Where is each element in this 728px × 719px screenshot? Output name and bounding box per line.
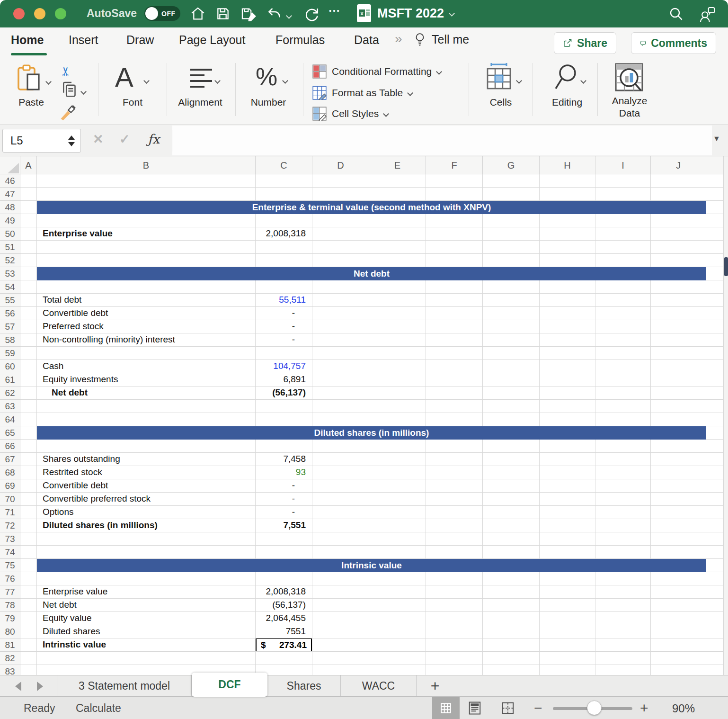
column-header-B[interactable]: B <box>37 156 256 174</box>
cell-A74[interactable] <box>20 546 37 559</box>
sheet-nav-right-arrow[interactable] <box>37 682 43 691</box>
row-header-63[interactable]: 63 <box>0 400 20 413</box>
font-dropdown-chevron[interactable] <box>144 76 149 85</box>
cell-D71[interactable] <box>312 506 369 519</box>
row-header-59[interactable]: 59 <box>0 347 20 360</box>
row-header-70[interactable]: 70 <box>0 493 20 506</box>
row-header-47[interactable]: 47 <box>0 188 20 201</box>
cell-I76[interactable] <box>595 572 651 585</box>
cell-D59[interactable] <box>312 347 369 360</box>
cell-B56[interactable]: Convertible debt <box>37 307 256 320</box>
cell-B76[interactable] <box>37 572 256 585</box>
cell-B70[interactable]: Convertible preferred stock <box>37 493 256 506</box>
cell-A62[interactable] <box>20 386 37 400</box>
cell-I56[interactable] <box>595 307 651 320</box>
cell-B77[interactable]: Enterprise value <box>37 585 256 599</box>
cell-A56[interactable] <box>20 307 37 320</box>
cell-J61[interactable] <box>651 373 706 386</box>
cell-C57[interactable]: - <box>256 320 312 333</box>
cell-A63[interactable] <box>20 400 37 413</box>
number-dropdown-chevron[interactable] <box>283 76 287 85</box>
row-header-52[interactable]: 52 <box>0 254 20 267</box>
cell-D60[interactable] <box>312 360 369 373</box>
cell-B59[interactable] <box>37 347 256 360</box>
cell-G60[interactable] <box>483 360 540 373</box>
row-header-77[interactable]: 77 <box>0 585 20 599</box>
cell-D67[interactable] <box>312 453 369 466</box>
column-header-J[interactable]: J <box>651 156 706 174</box>
row-header-79[interactable]: 79 <box>0 612 20 625</box>
cell-B73[interactable] <box>37 532 256 546</box>
cell-A69[interactable] <box>20 479 37 493</box>
cell-C82[interactable] <box>256 652 312 665</box>
cell-G81[interactable] <box>483 638 540 652</box>
row-header-58[interactable]: 58 <box>0 333 20 347</box>
search-icon[interactable] <box>668 6 684 21</box>
cell-H77[interactable] <box>540 585 595 599</box>
cell-G50[interactable] <box>483 227 540 241</box>
cell-I66[interactable] <box>595 440 651 453</box>
cell-H62[interactable] <box>540 386 595 400</box>
cell-D73[interactable] <box>312 532 369 546</box>
cell-A78[interactable] <box>20 599 37 612</box>
cell-J82[interactable] <box>651 652 706 665</box>
cell-D52[interactable] <box>312 254 369 267</box>
column-header-C[interactable]: C <box>256 156 312 174</box>
cell-I52[interactable] <box>595 254 651 267</box>
cell-A53[interactable] <box>20 267 37 280</box>
row-header-50[interactable]: 50 <box>0 227 20 241</box>
undo-dropdown-chevron[interactable] <box>287 11 291 20</box>
cell-I70[interactable] <box>595 493 651 506</box>
conditional-formatting-button[interactable]: Conditional Formatting <box>312 64 441 79</box>
cell-B64[interactable] <box>37 413 256 426</box>
cell-D56[interactable] <box>312 307 369 320</box>
cell-F52[interactable] <box>426 254 483 267</box>
cell-K62[interactable] <box>706 386 723 400</box>
cell-A58[interactable] <box>20 333 37 347</box>
cell-H70[interactable] <box>540 493 595 506</box>
cell-B49[interactable] <box>37 214 256 227</box>
cell-K77[interactable] <box>706 585 723 599</box>
cell-H73[interactable] <box>540 532 595 546</box>
cell-K81[interactable] <box>706 638 723 652</box>
save-icon[interactable] <box>215 6 231 21</box>
cell-D74[interactable] <box>312 546 369 559</box>
cell-F56[interactable] <box>426 307 483 320</box>
cell-G62[interactable] <box>483 386 540 400</box>
copy-dropdown-chevron[interactable] <box>81 87 86 96</box>
cells-icon[interactable] <box>484 62 514 91</box>
cell-K61[interactable] <box>706 373 723 386</box>
cell-C71[interactable]: - <box>256 506 312 519</box>
cell-B54[interactable] <box>37 280 256 294</box>
cell-G57[interactable] <box>483 320 540 333</box>
cell-K48[interactable] <box>706 201 723 214</box>
cell-C66[interactable] <box>256 440 312 453</box>
cell-K46[interactable] <box>706 174 723 188</box>
cell-E61[interactable] <box>369 373 426 386</box>
cell-K52[interactable] <box>706 254 723 267</box>
cell-G49[interactable] <box>483 214 540 227</box>
cell-I78[interactable] <box>595 599 651 612</box>
cell-J57[interactable] <box>651 320 706 333</box>
cell-I60[interactable] <box>595 360 651 373</box>
cell-J83[interactable] <box>651 665 706 675</box>
cell-C55[interactable]: 55,511 <box>256 294 312 307</box>
font-icon[interactable]: A <box>115 61 133 93</box>
cell-G64[interactable] <box>483 413 540 426</box>
cell-F76[interactable] <box>426 572 483 585</box>
cell-D51[interactable] <box>312 241 369 254</box>
cell-I50[interactable] <box>595 227 651 241</box>
cell-K82[interactable] <box>706 652 723 665</box>
cell-H52[interactable] <box>540 254 595 267</box>
cell-A57[interactable] <box>20 320 37 333</box>
cell-G67[interactable] <box>483 453 540 466</box>
cell-K75[interactable] <box>706 559 723 572</box>
minimize-window-button[interactable] <box>34 8 45 19</box>
save-as-icon[interactable] <box>240 6 257 21</box>
cell-E76[interactable] <box>369 572 426 585</box>
cell-G73[interactable] <box>483 532 540 546</box>
cell-K50[interactable] <box>706 227 723 241</box>
cell-K65[interactable] <box>706 426 723 440</box>
cell-D80[interactable] <box>312 625 369 638</box>
cell-B78[interactable]: Net debt <box>37 599 256 612</box>
